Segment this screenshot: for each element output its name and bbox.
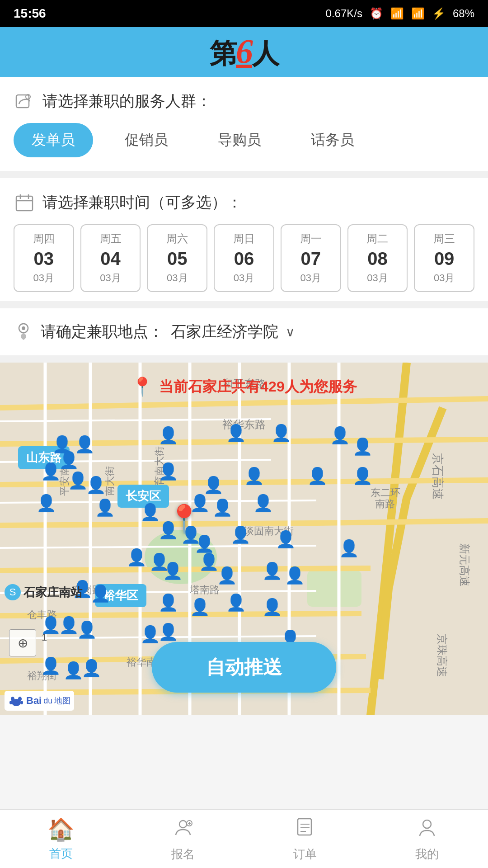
person-icon: 👤	[140, 503, 160, 522]
person-icon: 👤	[77, 620, 97, 639]
svg-rect-2	[16, 196, 33, 211]
status-bar: 15:56 0.67K/s ⏰ 📶 📶 ⚡ 68%	[0, 0, 488, 27]
status-icons: 0.67K/s ⏰ 📶 📶 ⚡ 68%	[326, 7, 474, 20]
service-btn-2[interactable]: 导购员	[200, 123, 279, 157]
person-icon: 👤	[140, 625, 160, 644]
person-icon: 👤	[36, 494, 56, 513]
person-icon: 👤	[352, 437, 373, 456]
baidu-logo: Baidu 地图	[5, 691, 74, 711]
date-grid: 周四 03 03月 周五 04 03月 周六 05 03月 周日 06 03月 …	[14, 224, 474, 292]
date-cell-5[interactable]: 周二 08 03月	[347, 224, 408, 292]
person-icon: 👤	[339, 539, 359, 558]
person-icon: 👤	[158, 623, 178, 642]
person-icon: 👤	[226, 424, 246, 443]
svg-point-33	[179, 821, 187, 828]
svg-point-7	[22, 326, 25, 330]
location-pin-icon	[14, 320, 33, 344]
person-icon: 👤	[41, 616, 61, 635]
svg-point-31	[9, 701, 12, 704]
person-icon: 👤	[190, 494, 210, 513]
service-btn-1[interactable]: 促销员	[107, 123, 186, 157]
svg-text:京珠高速: 京珠高速	[436, 634, 448, 677]
date-cell-0[interactable]: 周四 03 03月	[14, 224, 74, 292]
person-icon: 👤	[199, 552, 219, 571]
person-icon: 👤	[86, 476, 106, 495]
svg-text:京石高速: 京石高速	[431, 453, 445, 500]
nav-home-label: 首页	[49, 846, 73, 862]
charge-icon: ⚡	[432, 7, 446, 20]
station-label: S 石家庄南站	[5, 584, 82, 600]
person-icon: 👤	[190, 598, 210, 617]
nav-home[interactable]: 🏠 首页	[0, 810, 122, 868]
nav-orders[interactable]: 订单	[244, 810, 366, 868]
person-icon: 👤	[63, 661, 84, 680]
person-icon: 👤	[163, 561, 183, 580]
signup-icon	[172, 816, 194, 843]
person-icon: 👤	[90, 584, 111, 603]
map-scale: ⊕	[9, 629, 36, 656]
nav-orders-label: 订单	[293, 846, 317, 862]
nav-profile-label: 我的	[415, 846, 439, 862]
person-icon: 👤	[41, 656, 61, 675]
nav-signup[interactable]: 报名	[122, 810, 244, 868]
person-icon: 👤	[244, 467, 264, 486]
person-icon: 👤	[253, 494, 273, 513]
time: 15:56	[14, 6, 46, 21]
wifi-icon: 📶	[390, 7, 404, 20]
svg-text:东二环: 东二环	[371, 487, 400, 498]
svg-rect-37	[298, 819, 311, 835]
map-container[interactable]: 和平东路 裕华东路 平安南大街 南大街 体育南大街 东二环 南路 谈固南大街 塔…	[0, 363, 488, 715]
service-type-list: 发单员 促销员 导购员 话务员	[14, 123, 474, 162]
person-icon: 👤	[158, 521, 178, 540]
date-cell-3[interactable]: 周日 06 03月	[214, 224, 274, 292]
time-label: 请选择兼职时间（可多选）：	[42, 192, 242, 213]
person-icon: 👤	[307, 467, 328, 486]
person-icon: 👤	[212, 498, 233, 517]
date-cell-6[interactable]: 周三 09 03月	[414, 224, 474, 292]
nav-signup-label: 报名	[171, 846, 195, 862]
app-logo: 第6人	[210, 32, 278, 72]
svg-rect-10	[307, 571, 361, 607]
map-info-text: 当前石家庄共有429人为您服务	[159, 377, 357, 397]
person-icon: 👤	[41, 462, 61, 481]
location-name: 石家庄经济学院	[171, 321, 278, 342]
date-cell-2[interactable]: 周六 05 03月	[147, 224, 207, 292]
person-icon: 👤	[158, 593, 178, 612]
network-speed: 0.67K/s	[326, 7, 362, 20]
person-icon: 👤	[262, 598, 282, 617]
date-cell-4[interactable]: 周一 07 03月	[281, 224, 341, 292]
person-icon: 👤	[95, 498, 115, 517]
calendar-icon	[14, 192, 35, 213]
service-section-title: 请选择兼职的服务人群：	[14, 90, 474, 112]
map-info-label: 📍 当前石家庄共有429人为您服务	[131, 376, 357, 397]
service-label: 请选择兼职的服务人群：	[42, 91, 211, 112]
person-icon: 👤	[262, 561, 282, 580]
person-icon: 👤	[352, 467, 373, 486]
svg-text:南路: 南路	[375, 498, 395, 509]
profile-icon	[416, 816, 438, 843]
app-header: 第6人	[0, 27, 488, 77]
person-icon: 👤	[68, 471, 88, 490]
battery-percent: 68%	[453, 7, 474, 20]
svg-point-32	[20, 701, 23, 704]
person-icon: 👤	[203, 476, 224, 495]
bottom-nav: 🏠 首页 报名 订单	[0, 809, 488, 868]
nav-profile[interactable]: 我的	[366, 810, 488, 868]
date-cell-1[interactable]: 周五 04 03月	[80, 224, 141, 292]
svg-text:新元高速: 新元高速	[459, 543, 471, 587]
service-btn-3[interactable]: 话务员	[293, 123, 372, 157]
map-pin-red-icon: 📍	[131, 376, 154, 397]
service-btn-0[interactable]: 发单员	[14, 123, 93, 157]
person-icon: 👤	[59, 451, 79, 470]
person-icon: 👤	[158, 462, 178, 481]
svg-point-41	[423, 820, 431, 828]
person-icon: 👤	[217, 566, 237, 585]
person-icon: 👤	[226, 593, 246, 612]
person-icon: 👤	[330, 426, 350, 445]
location-section[interactable]: 请确定兼职地点： 石家庄经济学院 ∨	[0, 308, 488, 363]
time-section-title: 请选择兼职时间（可多选）：	[14, 192, 474, 213]
person-icon: 👤	[285, 566, 305, 585]
person-icon: 👤	[81, 659, 102, 678]
hand-icon	[14, 90, 35, 112]
auto-push-button[interactable]: 自动推送	[152, 642, 336, 693]
